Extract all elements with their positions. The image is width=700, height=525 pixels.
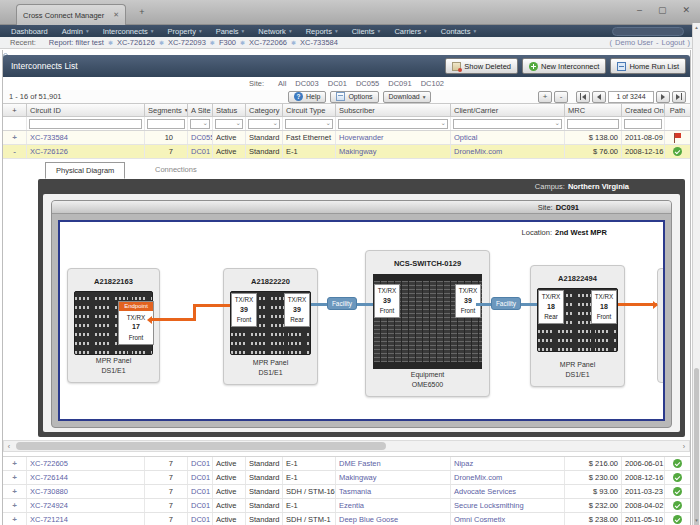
column-header-client-carrier[interactable]: Client/Carrier (451, 104, 565, 116)
panel-node-A21822163[interactable]: A21822163 Endpoint TX/RX 17 Front MPR Pa… (67, 268, 160, 383)
horizontal-scroll-thumb[interactable] (16, 442, 386, 450)
table-row[interactable]: + XC-730880 7 DC01 Active Standard SDH /… (3, 485, 690, 499)
row-expander[interactable]: + (12, 501, 17, 510)
filter-client-carrier-select[interactable]: ⌄ (453, 119, 562, 129)
circuit-id-link[interactable]: XC-730880 (30, 487, 68, 496)
column-header-circuit-id[interactable]: Circuit ID (27, 104, 145, 116)
row-expander[interactable]: + (12, 133, 17, 142)
column-header-mrc[interactable]: MRC (565, 104, 622, 116)
last-page-button[interactable] (672, 91, 686, 103)
subscriber-link[interactable]: Ezentia (339, 501, 364, 510)
client-carrier-link[interactable]: DroneMix.com (454, 473, 502, 482)
filter-mrc-input[interactable] (567, 119, 619, 129)
circuit-id-link[interactable]: XC-724924 (30, 501, 68, 510)
client-carrier-link[interactable]: Advocate Services (454, 487, 516, 496)
window-close-icon[interactable]: ✕ (682, 5, 690, 15)
row-expander[interactable]: + (12, 515, 17, 524)
facility-badge[interactable]: Facility (491, 297, 521, 310)
filter-a-site-select[interactable]: ⌄ (190, 119, 210, 129)
table-row[interactable]: + XC-726144 7 DC01 Active Standard E-1 M… (3, 471, 690, 485)
menu-item[interactable]: Dashboard ▾ (4, 27, 55, 36)
port-label-front[interactable]: TX/RX18Front (591, 290, 617, 324)
menu-item[interactable]: Admin ▾ (55, 27, 96, 36)
recent-link[interactable]: XC-722066 (249, 38, 287, 47)
recent-link[interactable]: XC-726126 (117, 38, 155, 47)
recent-link[interactable]: Report: filter test (49, 38, 104, 47)
subscriber-link[interactable]: Makingway (339, 473, 377, 482)
column-header-subscriber[interactable]: Subscriber (336, 104, 451, 116)
row-expander[interactable]: + (12, 459, 17, 468)
row-expander[interactable]: + (12, 473, 17, 482)
client-carrier-link[interactable]: DroneMix.com (454, 147, 502, 156)
subscriber-link[interactable]: Hoverwander (339, 133, 384, 142)
site-filter-option[interactable]: DC091 (388, 79, 411, 88)
recent-link[interactable]: F300 (219, 38, 236, 47)
help-button[interactable]: ? Help (288, 91, 326, 103)
tab-connections[interactable]: Connections (155, 165, 197, 174)
subscriber-link[interactable]: Tasmania (339, 487, 371, 496)
a-site-link[interactable]: DC01 (191, 501, 210, 510)
show-deleted-button[interactable]: Show Deleted (445, 58, 518, 74)
new-interconnect-button[interactable]: New Interconnect (522, 58, 606, 74)
browser-tab[interactable]: Cross Connect Manager ✕ (16, 4, 126, 25)
port-label-rear[interactable]: TX/RX39Rear (284, 293, 310, 327)
tab-physical-diagram[interactable]: Physical Diagram (45, 162, 125, 179)
home-run-list-button[interactable]: Home Run List (610, 58, 686, 74)
circuit-id-link[interactable]: XC-733584 (30, 133, 68, 142)
column-header-expand[interactable]: + (3, 104, 27, 116)
a-site-link[interactable]: DC01 (191, 459, 210, 468)
column-header-circuit-type[interactable]: Circuit Type (283, 104, 336, 116)
circuit-id-link[interactable]: XC-726144 (30, 473, 68, 482)
menu-item[interactable]: Interconnects ▾ (96, 27, 161, 36)
column-header-created-on[interactable]: Created On (622, 104, 665, 116)
client-carrier-link[interactable]: Optical (454, 133, 477, 142)
recent-link[interactable]: XC-733584 (300, 38, 338, 47)
filter-circuit-id-input[interactable] (29, 119, 142, 129)
site-filter-option[interactable]: DC102 (421, 79, 444, 88)
global-search-input[interactable] (612, 27, 684, 36)
row-expander[interactable]: + (12, 487, 17, 496)
column-header-category[interactable]: Category (246, 104, 283, 116)
page-indicator[interactable]: 1 of 3244 (608, 91, 654, 103)
menu-item[interactable]: Network ▾ (251, 27, 298, 36)
filter-circuit-type-select[interactable]: ⌄ (285, 119, 333, 129)
client-carrier-link[interactable]: Nipaz (454, 459, 473, 468)
a-site-link[interactable]: DC01 (191, 487, 210, 496)
filter-created-on-input[interactable] (624, 119, 662, 129)
scroll-down-icon[interactable]: ▼ (693, 516, 700, 525)
vertical-scrollbar[interactable]: ▲ ▼ (692, 23, 700, 525)
expand-all-button[interactable]: + (538, 91, 552, 103)
first-page-button[interactable] (576, 91, 590, 103)
subscriber-link[interactable]: Makingway (339, 147, 377, 156)
table-row[interactable]: + XC-722605 7 DC01 Active Standard E-1 D… (3, 457, 690, 471)
menu-item[interactable]: Reports ▾ (299, 27, 345, 36)
logout-link[interactable]: Logout (662, 38, 685, 47)
port-label-front-left[interactable]: TX/RX39Front (374, 284, 400, 318)
table-row[interactable]: + XC-724924 7 DC01 Active Standard E-1 E… (3, 499, 690, 513)
client-carrier-link[interactable]: Omni Cosmetix (454, 515, 505, 524)
scroll-up-icon[interactable]: ▲ (693, 23, 700, 32)
filter-segments-input[interactable] (147, 119, 185, 129)
port-label-rear[interactable]: TX/RX18Rear (538, 290, 564, 324)
port-label-front-right[interactable]: TX/RX39Front (455, 284, 481, 318)
next-page-button[interactable] (656, 91, 670, 103)
menu-item[interactable]: Panels ▾ (209, 27, 252, 36)
column-header-a-site[interactable]: A Site (188, 104, 213, 116)
equipment-node-NCS-SWITCH-0129[interactable]: NCS-SWITCH-0129 TX/RX39Front TX/RX39Fron… (365, 250, 490, 397)
window-minimize-icon[interactable]: – (637, 5, 642, 15)
menu-item[interactable]: Clients ▾ (345, 27, 388, 36)
a-site-link[interactable]: DC01 (191, 515, 210, 524)
circuit-id-link[interactable]: XC-726126 (30, 147, 68, 156)
subscriber-link[interactable]: Deep Blue Goose (339, 515, 398, 524)
window-maximize-icon[interactable]: ▢ (658, 5, 667, 15)
table-row[interactable]: + XC-721214 7 DC01 Active Standard SDH /… (3, 513, 690, 525)
a-site-link[interactable]: DC01 (191, 147, 210, 156)
port-label-front[interactable]: TX/RX39Front (231, 293, 257, 327)
site-filter-option[interactable]: DC003 (295, 79, 318, 88)
recent-link[interactable]: XC-722093 (168, 38, 206, 47)
subscriber-link[interactable]: DME Fasten (339, 459, 381, 468)
options-button[interactable]: Options (330, 91, 378, 103)
site-filter-option[interactable]: DC055 (356, 79, 379, 88)
circuit-id-link[interactable]: XC-722605 (30, 459, 68, 468)
tab-close-icon[interactable]: ✕ (113, 11, 119, 19)
